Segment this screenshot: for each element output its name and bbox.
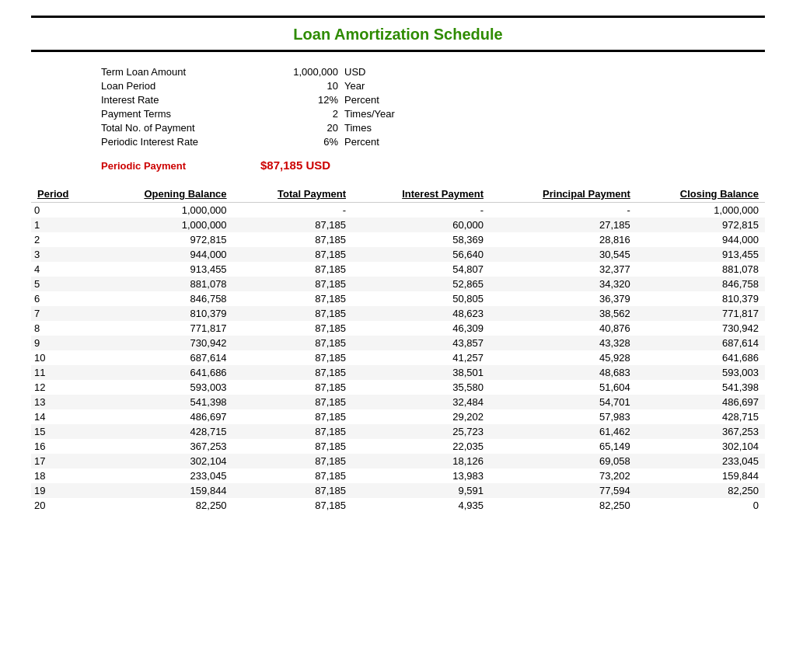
table-cell: 87,185 <box>233 321 352 336</box>
table-cell: 43,857 <box>352 336 490 350</box>
table-cell: 48,683 <box>490 365 637 380</box>
table-cell: 367,253 <box>637 424 765 439</box>
table-cell: 687,614 <box>637 336 765 350</box>
table-cell: 5 <box>31 277 86 291</box>
table-cell: 25,723 <box>352 424 490 439</box>
table-cell: 38,562 <box>490 306 637 321</box>
amortization-table-section: PeriodOpening BalanceTotal PaymentIntere… <box>31 186 765 513</box>
table-cell: 87,185 <box>233 468 352 483</box>
table-cell: 641,686 <box>637 350 765 365</box>
table-cell: 60,000 <box>352 218 490 232</box>
table-row: 4913,45587,18554,80732,377881,078 <box>31 262 765 277</box>
table-cell: 87,185 <box>233 336 352 350</box>
summary-row-unit: Percent <box>344 94 379 106</box>
summary-row-value: 1,000,000 <box>245 66 338 78</box>
table-cell: 881,078 <box>637 262 765 277</box>
table-cell: 15 <box>31 424 86 439</box>
table-row: 19159,84487,1859,59177,59482,250 <box>31 483 765 498</box>
table-cell: 65,149 <box>490 439 637 454</box>
table-cell: 30,545 <box>490 247 637 262</box>
summary-row-label: Interest Rate <box>101 94 245 106</box>
table-cell: 4 <box>31 262 86 277</box>
table-cell: 541,398 <box>86 395 233 409</box>
table-cell: 13,983 <box>352 468 490 483</box>
summary-row: Payment Terms2Times/Year <box>101 108 765 120</box>
table-cell: 730,942 <box>86 336 233 350</box>
table-cell: - <box>490 203 637 218</box>
table-cell: 87,185 <box>233 247 352 262</box>
amortization-table: PeriodOpening BalanceTotal PaymentIntere… <box>31 186 765 513</box>
table-cell: 687,614 <box>86 350 233 365</box>
table-cell: 4,935 <box>352 498 490 513</box>
table-cell: 1,000,000 <box>86 203 233 218</box>
table-row: 11,000,00087,18560,00027,185972,815 <box>31 218 765 232</box>
table-row: 18233,04587,18513,98373,202159,844 <box>31 468 765 483</box>
table-cell: 944,000 <box>637 232 765 247</box>
table-row: 9730,94287,18543,85743,328687,614 <box>31 336 765 350</box>
summary-row-label: Total No. of Payment <box>101 122 245 134</box>
table-cell: - <box>233 203 352 218</box>
table-cell: 18,126 <box>352 454 490 468</box>
table-cell: 641,686 <box>86 365 233 380</box>
table-cell: 45,928 <box>490 350 637 365</box>
table-cell: 913,455 <box>86 262 233 277</box>
table-cell: 54,701 <box>490 395 637 409</box>
table-cell: 0 <box>31 203 86 218</box>
table-cell: 22,035 <box>352 439 490 454</box>
table-cell: 913,455 <box>637 247 765 262</box>
table-cell: 428,715 <box>86 424 233 439</box>
page-title: Loan Amortization Schedule <box>31 16 765 52</box>
table-cell: 9,591 <box>352 483 490 498</box>
table-row: 16367,25387,18522,03565,149302,104 <box>31 439 765 454</box>
summary-row-label: Periodic Interest Rate <box>101 136 245 148</box>
table-cell: 61,462 <box>490 424 637 439</box>
table-cell: 0 <box>637 498 765 513</box>
table-cell: - <box>352 203 490 218</box>
table-cell: 1,000,000 <box>637 203 765 218</box>
table-cell: 87,185 <box>233 395 352 409</box>
table-cell: 541,398 <box>637 380 765 395</box>
table-cell: 87,185 <box>233 454 352 468</box>
periodic-payment-value: $87,185 USD <box>260 158 330 172</box>
table-cell: 41,257 <box>352 350 490 365</box>
table-cell: 87,185 <box>233 424 352 439</box>
table-cell: 46,309 <box>352 321 490 336</box>
table-cell: 367,253 <box>86 439 233 454</box>
summary-row: Interest Rate12%Percent <box>101 94 765 106</box>
summary-row-value: 2 <box>245 108 338 120</box>
table-cell: 1,000,000 <box>86 218 233 232</box>
table-cell: 846,758 <box>637 277 765 291</box>
table-cell: 27,185 <box>490 218 637 232</box>
summary-row-value: 6% <box>245 136 338 148</box>
table-cell: 52,865 <box>352 277 490 291</box>
table-cell: 82,250 <box>637 483 765 498</box>
table-row: 13541,39887,18532,48454,701486,697 <box>31 395 765 409</box>
table-cell: 16 <box>31 439 86 454</box>
table-cell: 233,045 <box>637 454 765 468</box>
table-header-opening-balance: Opening Balance <box>86 186 233 203</box>
summary-row-unit: Times/Year <box>344 108 395 120</box>
table-cell: 14 <box>31 409 86 424</box>
table-cell: 38,501 <box>352 365 490 380</box>
table-row: 11641,68687,18538,50148,683593,003 <box>31 365 765 380</box>
table-header-total-payment: Total Payment <box>233 186 352 203</box>
table-cell: 17 <box>31 454 86 468</box>
table-cell: 1 <box>31 218 86 232</box>
table-cell: 54,807 <box>352 262 490 277</box>
table-cell: 34,320 <box>490 277 637 291</box>
table-cell: 87,185 <box>233 291 352 306</box>
table-cell: 846,758 <box>86 291 233 306</box>
table-cell: 77,594 <box>490 483 637 498</box>
table-cell: 87,185 <box>233 483 352 498</box>
table-cell: 2 <box>31 232 86 247</box>
table-cell: 69,058 <box>490 454 637 468</box>
summary-row: Loan Period10Year <box>101 80 765 92</box>
summary-row-unit: Times <box>344 122 372 134</box>
summary-row-unit: Year <box>344 80 365 92</box>
table-cell: 40,876 <box>490 321 637 336</box>
summary-section: Term Loan Amount1,000,000USDLoan Period1… <box>101 66 765 172</box>
table-cell: 87,185 <box>233 306 352 321</box>
table-cell: 7 <box>31 306 86 321</box>
table-cell: 6 <box>31 291 86 306</box>
table-cell: 87,185 <box>233 277 352 291</box>
